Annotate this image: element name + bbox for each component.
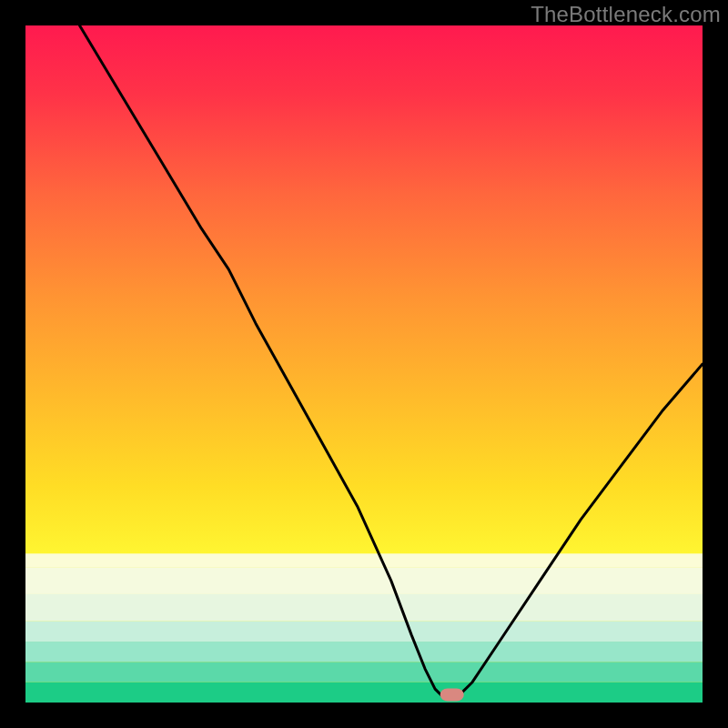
svg-rect-5 xyxy=(25,662,703,682)
svg-rect-0 xyxy=(25,553,703,567)
svg-rect-2 xyxy=(25,594,703,622)
bottleneck-chart xyxy=(25,25,703,703)
svg-rect-4 xyxy=(25,642,703,662)
svg-rect-6 xyxy=(25,682,703,703)
marker-pill xyxy=(440,689,464,702)
green-gradient-bands xyxy=(25,553,703,703)
svg-rect-3 xyxy=(25,622,703,642)
watermark-text: TheBottleneck.com xyxy=(531,2,721,27)
chart-container: TheBottleneck.com xyxy=(0,0,728,728)
svg-rect-1 xyxy=(25,567,703,594)
